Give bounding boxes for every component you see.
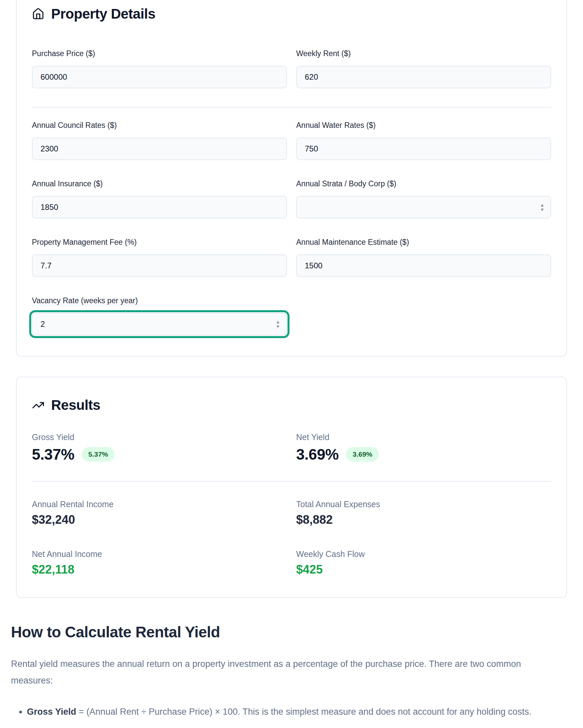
field-vacancy-rate: Vacancy Rate (weeks per year) ▲ ▼ (32, 295, 287, 335)
weekly-cash-flow-value: $425 (296, 562, 551, 577)
strata-label: Annual Strata / Body Corp ($) (296, 179, 551, 189)
property-details-card: Property Details Purchase Price ($) Week… (16, 0, 567, 357)
field-weekly-rent: Weekly Rent ($) (296, 49, 551, 88)
management-fee-label: Property Management Fee (%) (32, 237, 287, 247)
spinner-up-icon[interactable]: ▲ (275, 320, 280, 323)
how-to-heading: How to Calculate Rental Yield (11, 622, 572, 642)
insurance-label: Annual Insurance ($) (32, 179, 287, 189)
how-to-intro: Rental yield measures the annual return … (11, 656, 562, 689)
total-annual-expenses-value: $8,882 (296, 512, 551, 527)
strata-spinner[interactable]: ▲ ▼ (540, 203, 545, 211)
vacancy-rate-spinner[interactable]: ▲ ▼ (275, 320, 280, 328)
annual-rental-income-label: Annual Rental Income (32, 499, 287, 510)
results-divider (32, 481, 551, 482)
total-annual-expenses-figure: Total Annual Expenses $8,882 (296, 499, 551, 527)
net-yield-badge: 3.69% (346, 447, 379, 462)
field-management-fee: Property Management Fee (%) (32, 237, 287, 277)
gross-yield-bullet: Gross Yield = (Annual Rent ÷ Purchase Pr… (27, 703, 565, 720)
field-maintenance: Annual Maintenance Estimate ($) (296, 237, 551, 277)
weekly-cash-flow-label: Weekly Cash Flow (296, 549, 551, 559)
field-purchase-price: Purchase Price ($) (32, 49, 287, 88)
weekly-rent-label: Weekly Rent ($) (296, 49, 551, 58)
purchase-price-input[interactable] (32, 66, 287, 88)
form-divider (32, 107, 551, 108)
annual-rental-income-figure: Annual Rental Income $32,240 (32, 499, 287, 527)
results-card: Results Gross Yield 5.37% 5.37% Net Yiel… (16, 376, 567, 598)
form-row-1: Purchase Price ($) Weekly Rent ($) (32, 49, 551, 88)
spinner-down-icon[interactable]: ▼ (540, 208, 545, 211)
net-annual-income-label: Net Annual Income (32, 549, 287, 559)
maintenance-label: Annual Maintenance Estimate ($) (296, 237, 551, 247)
property-details-title: Property Details (32, 5, 551, 23)
spinner-down-icon[interactable]: ▼ (275, 325, 280, 328)
gross-yield-metric: Gross Yield 5.37% 5.37% (32, 432, 287, 464)
yields-grid: Gross Yield 5.37% 5.37% Net Yield 3.69% … (32, 432, 551, 464)
how-to-list: Gross Yield = (Annual Rent ÷ Purchase Pr… (11, 703, 572, 720)
field-water-rates: Annual Water Rates ($) (296, 120, 551, 160)
annual-rental-income-value: $32,240 (32, 512, 287, 527)
field-council-rates: Annual Council Rates ($) (32, 120, 287, 160)
rental-yield-calculator-page: Property Details Purchase Price ($) Week… (0, 0, 583, 720)
results-title: Results (32, 396, 551, 414)
vacancy-rate-input[interactable] (32, 313, 287, 335)
insurance-input[interactable] (32, 196, 287, 218)
form-row-4: Property Management Fee (%) Annual Maint… (32, 237, 551, 277)
trending-up-icon (32, 399, 45, 412)
weekly-rent-input[interactable] (296, 66, 551, 88)
field-strata: Annual Strata / Body Corp ($) ▲ ▼ (296, 179, 551, 218)
form-row-5: Vacancy Rate (weeks per year) ▲ ▼ (32, 295, 551, 335)
water-rates-input[interactable] (296, 137, 551, 160)
empty-cell (296, 295, 551, 335)
gross-yield-badge: 5.37% (82, 447, 115, 462)
total-annual-expenses-label: Total Annual Expenses (296, 499, 551, 510)
purchase-price-label: Purchase Price ($) (32, 49, 287, 58)
form-row-3: Annual Insurance ($) Annual Strata / Bod… (32, 179, 551, 218)
how-to-section: How to Calculate Rental Yield Rental yie… (11, 622, 572, 720)
field-insurance: Annual Insurance ($) (32, 179, 287, 218)
management-fee-input[interactable] (32, 254, 287, 277)
property-details-title-text: Property Details (51, 5, 155, 23)
vacancy-rate-label: Vacancy Rate (weeks per year) (32, 295, 287, 306)
spinner-up-icon[interactable]: ▲ (540, 203, 545, 207)
gross-yield-bullet-bold: Gross Yield (27, 707, 76, 717)
maintenance-input[interactable] (296, 254, 551, 277)
gross-yield-label: Gross Yield (32, 432, 287, 442)
figures-grid: Annual Rental Income $32,240 Total Annua… (32, 499, 551, 577)
form-row-2: Annual Council Rates ($) Annual Water Ra… (32, 120, 551, 160)
net-annual-income-value: $22,118 (32, 562, 287, 577)
results-title-text: Results (51, 396, 100, 414)
home-icon (32, 8, 45, 20)
net-yield-value: 3.69% (296, 445, 339, 464)
council-rates-input[interactable] (32, 137, 287, 160)
strata-input[interactable] (296, 196, 551, 218)
council-rates-label: Annual Council Rates ($) (32, 120, 287, 130)
net-yield-metric: Net Yield 3.69% 3.69% (296, 432, 551, 464)
net-yield-label: Net Yield (296, 432, 551, 442)
water-rates-label: Annual Water Rates ($) (296, 120, 551, 130)
net-annual-income-figure: Net Annual Income $22,118 (32, 549, 287, 577)
gross-yield-value: 5.37% (32, 445, 74, 464)
gross-yield-bullet-text: = (Annual Rent ÷ Purchase Price) × 100. … (76, 707, 532, 717)
weekly-cash-flow-figure: Weekly Cash Flow $425 (296, 549, 551, 577)
